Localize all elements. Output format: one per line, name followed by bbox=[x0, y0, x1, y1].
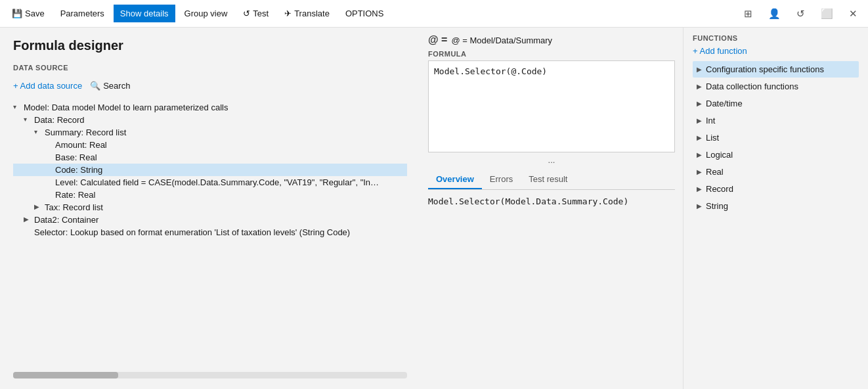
func-item-logical[interactable]: ▶Logical bbox=[693, 147, 859, 163]
datasource-toolbar: + Add data source 🔍 Search bbox=[13, 81, 407, 91]
group-view-button[interactable]: Group view bbox=[178, 5, 234, 22]
tree-item-model[interactable]: ▾Model: Data model Model to learn parame… bbox=[13, 101, 407, 114]
tree-item-data2[interactable]: ▶Data2: Container bbox=[13, 214, 407, 226]
func-item-real[interactable]: ▶Real bbox=[693, 164, 859, 180]
func-item-data_collection[interactable]: ▶Data collection functions bbox=[693, 78, 859, 95]
expand-icon-button[interactable]: ⬜ bbox=[815, 4, 838, 24]
datasource-tree: ▾Model: Data model Model to learn parame… bbox=[13, 101, 407, 363]
tree-item-code[interactable]: Code: String bbox=[13, 164, 407, 176]
functions-list: ▶Configuration specific functions▶Data c… bbox=[693, 61, 859, 214]
tree-item-label: Data: Record bbox=[34, 115, 407, 125]
tree-item-tax[interactable]: ▶Tax: Record list bbox=[13, 201, 407, 214]
func-arrow-icon: ▶ bbox=[697, 134, 702, 141]
show-details-button[interactable]: Show details bbox=[114, 5, 175, 22]
tree-item-label: Summary: Record list bbox=[45, 127, 407, 137]
tree-item-label: Rate: Real bbox=[55, 190, 407, 200]
tab-overview[interactable]: Overview bbox=[428, 170, 482, 189]
func-arrow-icon: ▶ bbox=[697, 117, 702, 124]
tree-item-label: Selector: Lookup based on format enumera… bbox=[34, 227, 407, 237]
tree-arrow-icon: ▾ bbox=[24, 116, 33, 123]
horizontal-scrollbar-thumb[interactable] bbox=[13, 372, 118, 378]
tree-item-level[interactable]: Level: Calculated field = CASE(model.Dat… bbox=[13, 176, 407, 189]
datasource-label: DATA SOURCE bbox=[13, 64, 407, 72]
save-button[interactable]: 💾 Save bbox=[5, 5, 51, 22]
tree-arrow-icon: ▾ bbox=[13, 103, 22, 110]
func-item-int[interactable]: ▶Int bbox=[693, 112, 859, 129]
func-arrow-icon: ▶ bbox=[697, 151, 702, 158]
formula-value: Model.Selector(@.Code) bbox=[434, 66, 547, 76]
tree-item-label: Amount: Real bbox=[55, 140, 407, 150]
func-item-record[interactable]: ▶Record bbox=[693, 181, 859, 197]
func-item-label: Int bbox=[706, 116, 715, 126]
tree-item-label: Data2: Container bbox=[34, 215, 407, 225]
test-button[interactable]: ↺ Test bbox=[236, 5, 275, 22]
account-icon-button[interactable]: 👤 bbox=[763, 4, 786, 24]
tabs-row: OverviewErrorsTest result bbox=[428, 170, 675, 190]
tree-item-summary[interactable]: ▾Summary: Record list bbox=[13, 126, 407, 139]
func-item-datetime[interactable]: ▶Date/time bbox=[693, 95, 859, 112]
tab-errors[interactable]: Errors bbox=[482, 170, 521, 189]
formula-path: @ = Model/Data/Summary bbox=[451, 35, 552, 45]
add-datasource-button[interactable]: + Add data source bbox=[13, 81, 82, 91]
formula-header: @ = @ = Model/Data/Summary bbox=[428, 34, 675, 46]
parameters-button[interactable]: Parameters bbox=[54, 5, 111, 22]
options-button[interactable]: OPTIONS bbox=[339, 5, 391, 22]
formula-at-symbol: @ = bbox=[428, 34, 447, 46]
func-item-list[interactable]: ▶List bbox=[693, 129, 859, 146]
titlebar: 💾 Save Parameters Show details Group vie… bbox=[0, 0, 868, 28]
func-item-string[interactable]: ▶String bbox=[693, 198, 859, 214]
tree-item-selector[interactable]: Selector: Lookup based on format enumera… bbox=[13, 226, 407, 239]
tree-item-label: Tax: Record list bbox=[45, 202, 407, 212]
tab-test_result[interactable]: Test result bbox=[521, 170, 575, 189]
add-function-button[interactable]: + Add function bbox=[693, 46, 859, 56]
tree-item-data[interactable]: ▾Data: Record bbox=[13, 114, 407, 126]
titlebar-right-controls: ⊞ 👤 ↺ ⬜ ✕ bbox=[739, 4, 863, 24]
test-icon: ↺ bbox=[243, 9, 250, 18]
func-item-config[interactable]: ▶Configuration specific functions bbox=[693, 61, 859, 78]
func-arrow-icon: ▶ bbox=[697, 202, 702, 210]
formula-more-indicator: ... bbox=[428, 152, 675, 168]
formula-label: FORMULA bbox=[428, 50, 675, 58]
func-arrow-icon: ▶ bbox=[697, 185, 702, 193]
func-arrow-icon: ▶ bbox=[697, 100, 702, 107]
func-arrow-icon: ▶ bbox=[697, 83, 702, 90]
func-arrow-icon: ▶ bbox=[697, 168, 702, 175]
tree-item-base[interactable]: Base: Real bbox=[13, 151, 407, 164]
refresh-icon-button[interactable]: ↺ bbox=[791, 4, 810, 24]
func-item-label: Real bbox=[706, 167, 724, 177]
tree-item-amount[interactable]: Amount: Real bbox=[13, 139, 407, 151]
func-arrow-icon: ▶ bbox=[697, 66, 702, 73]
tree-arrow-icon: ▶ bbox=[24, 216, 33, 223]
tree-item-label: Code: String bbox=[55, 165, 407, 175]
translate-icon: ✈ bbox=[284, 9, 292, 18]
tree-arrow-icon: ▾ bbox=[34, 128, 43, 135]
tree-item-label: Model: Data model Model to learn paramet… bbox=[24, 103, 407, 112]
center-panel: @ = @ = Model/Data/Summary FORMULA Model… bbox=[420, 28, 683, 389]
functions-label: FUNCTIONS bbox=[693, 34, 859, 42]
tree-arrow-icon: ▶ bbox=[34, 203, 43, 210]
func-item-label: List bbox=[706, 133, 719, 143]
func-item-label: String bbox=[706, 201, 728, 211]
tree-item-rate[interactable]: Rate: Real bbox=[13, 189, 407, 201]
func-item-label: Logical bbox=[706, 150, 733, 160]
func-item-label: Data collection functions bbox=[706, 81, 798, 91]
save-icon: 💾 bbox=[12, 9, 22, 18]
search-button[interactable]: 🔍 Search bbox=[90, 81, 130, 91]
tree-item-label: Level: Calculated field = CASE(model.Dat… bbox=[55, 177, 407, 187]
close-icon-button[interactable]: ✕ bbox=[844, 4, 863, 24]
translate-button[interactable]: ✈ Translate bbox=[278, 5, 336, 22]
grid-icon-button[interactable]: ⊞ bbox=[739, 4, 758, 24]
func-item-label: Configuration specific functions bbox=[706, 64, 824, 74]
search-icon: 🔍 bbox=[90, 81, 100, 91]
page-title: Formula designer bbox=[13, 38, 407, 53]
right-panel: FUNCTIONS + Add function ▶Configuration … bbox=[683, 28, 868, 389]
func-item-label: Record bbox=[706, 184, 733, 194]
overview-content: Model.Selector(Model.Data.Summary.Code) bbox=[428, 190, 675, 213]
formula-editor[interactable]: Model.Selector(@.Code) bbox=[428, 60, 675, 152]
left-panel: Formula designer DATA SOURCE + Add data … bbox=[0, 28, 420, 389]
tree-item-label: Base: Real bbox=[55, 152, 407, 162]
horizontal-scrollbar[interactable] bbox=[13, 372, 407, 378]
func-item-label: Date/time bbox=[706, 99, 743, 108]
main-container: Formula designer DATA SOURCE + Add data … bbox=[0, 28, 868, 389]
